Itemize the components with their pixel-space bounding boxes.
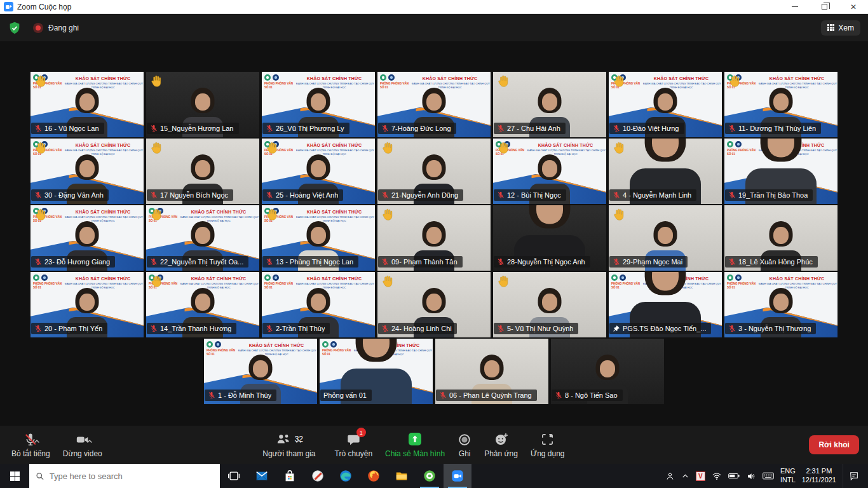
mic-options-chevron-icon[interactable]	[34, 439, 40, 444]
participant-name-label: 06 - Phan Lê Quỳnh Trang	[436, 390, 537, 401]
participant-tile[interactable]: PHÒNG PHỎNG VẤN SỐ 01KHẢO SÁT CHÍNH THỨC…	[262, 205, 375, 271]
participant-tile[interactable]: 4 - Nguyễn Mạnh Linh	[609, 139, 722, 204]
close-button[interactable]: ✕	[839, 0, 868, 13]
participant-tile[interactable]: PHÒNG PHỎNG VẤN SỐ 01KHẢO SÁT CHÍNH THỨC…	[146, 205, 259, 271]
participant-tile[interactable]: PHÒNG PHỎNG VẤN SỐ 01KHẢO SÁT CHÍNH THỨC…	[493, 139, 606, 204]
participant-tile[interactable]: 17 Nguyễn Bích Ngọc	[146, 139, 259, 204]
participant-tile[interactable]: 29-Phạm Ngọc Mai	[609, 205, 722, 271]
participant-tile[interactable]: PHÒNG PHỎNG VẤN SỐ 01KHẢO SÁT CHÍNH THỨC…	[262, 139, 375, 204]
security-shield-icon[interactable]	[8, 21, 22, 35]
participants-button[interactable]: 32 Người tham gia	[256, 431, 328, 458]
muted-mic-icon	[728, 325, 736, 332]
chat-button[interactable]: 1 Trò chuyện	[329, 431, 379, 458]
taskbar-file-explorer-icon[interactable]	[388, 464, 416, 488]
participant-tile[interactable]: PHÒNG PHỎNG VẤN SỐ 01KHẢO SÁT CHÍNH THỨC…	[724, 139, 837, 204]
muted-mic-icon	[613, 125, 620, 132]
stop-video-button[interactable]: Dừng video	[57, 431, 109, 458]
taskbar-coccoc-icon[interactable]	[416, 464, 444, 488]
participant-tile[interactable]: 5- Vũ Thị Như Quỳnh	[493, 272, 606, 337]
muted-mic-icon	[381, 191, 389, 199]
participant-tile[interactable]: 18_Lê Xuân Hồng Phúc	[724, 205, 837, 271]
participant-tile[interactable]: PHÒNG PHỎNG VẤN SỐ 01KHẢO SÁT CHÍNH THỨC…	[377, 72, 491, 137]
wifi-icon[interactable]	[712, 471, 722, 481]
restore-button[interactable]	[810, 0, 839, 13]
raised-hand-badge	[612, 74, 626, 91]
participant-name-label: 21-Nguyễn Anh Dũng	[378, 189, 463, 201]
meeting-header-bar: Đang ghi Xem	[0, 14, 868, 41]
share-screen-button[interactable]: Chia sẻ Màn hình	[379, 431, 451, 458]
taskbar-task-view-icon[interactable]	[220, 464, 248, 488]
minimize-button[interactable]	[780, 0, 810, 13]
participant-tile[interactable]: 06 - Phan Lê Quỳnh Trang	[435, 339, 548, 404]
zoom-app-icon	[4, 2, 13, 11]
participant-tile[interactable]: PHÒNG PHỎNG VẤN SỐ 01KHẢO SÁT CHÍNH THỨC…	[724, 272, 837, 337]
record-button[interactable]: Ghi	[451, 431, 478, 458]
participant-name-label: 27 - Chu Hải Anh	[494, 123, 566, 134]
participant-tile[interactable]: 27 - Chu Hải Anh	[493, 72, 606, 137]
unmute-button[interactable]: Bỏ tắt tiếng	[5, 431, 57, 458]
raised-hand-badge	[381, 141, 395, 158]
cea-logo-icon	[264, 74, 271, 81]
participants-chevron-icon[interactable]	[295, 439, 302, 444]
banner-subtitle: ĐÁNH GIÁ CHẤT LƯỢNG CHƯƠNG TRÌNH ĐÀO TẠO…	[296, 282, 372, 285]
participant-tile[interactable]: PHÒNG PHỎNG VẤN SỐ 01KHẢO SÁT CHÍNH THỨC…	[31, 139, 144, 204]
participant-tile[interactable]: 24- Hoàng Linh Chi	[377, 272, 491, 337]
window-title: Zoom Cuộc họp	[17, 3, 71, 11]
participant-tile[interactable]: PHÒNG PHỎNG VẤN SỐ 01KHẢO SÁT CHÍNH THỨC…	[204, 339, 317, 404]
participant-tile[interactable]: PHÒNG PHỎNG VẤN SỐ 01KHẢO SÁT CHÍNH THỨC…	[31, 72, 144, 137]
raised-hand-badge	[612, 141, 626, 158]
reactions-button[interactable]: Phản ứng	[478, 431, 524, 458]
taskbar-zoom-icon[interactable]	[444, 464, 471, 488]
raised-hand-icon	[149, 274, 163, 288]
participant-tile[interactable]: PHÒNG PHỎNG VẤN SỐ 01KHẢO SÁT CHÍNH THỨC…	[31, 205, 144, 271]
participant-tile[interactable]: PHÒNG PHỎNG VẤN SỐ 01KHẢO SÁT CHÍNH THỨC…	[146, 272, 259, 337]
search-input[interactable]	[50, 471, 214, 481]
taskbar-edge-icon[interactable]	[332, 464, 360, 488]
participant-tile[interactable]: 15_Nguyễn Hương Lan	[146, 72, 259, 137]
battery-icon[interactable]	[728, 471, 740, 480]
cea-logo-icon	[727, 274, 733, 281]
keyboard-icon[interactable]	[763, 471, 774, 480]
user-icon[interactable]	[665, 471, 675, 481]
view-button[interactable]: Xem	[821, 20, 860, 36]
apps-button[interactable]: Ứng dụng	[524, 431, 571, 458]
system-tray: V ENG INTL 2:31 PM 12/11/2021	[665, 464, 868, 488]
taskbar-mail-icon[interactable]	[248, 464, 276, 488]
volume-icon[interactable]	[746, 471, 756, 481]
banner-subtitle: ĐÁNH GIÁ CHẤT LƯỢNG CHƯƠNG TRÌNH ĐÀO TẠO…	[180, 215, 257, 219]
antivirus-icon[interactable]: V	[696, 471, 705, 481]
participant-tile[interactable]: PHÒNG PHỎNG VẤN SỐ 01KHẢO SÁT CHÍNH THỨC…	[609, 272, 722, 337]
clock[interactable]: 2:31 PM 12/11/2021	[802, 467, 836, 485]
raised-hand-icon	[34, 74, 48, 88]
language-indicator[interactable]: ENG INTL	[780, 467, 796, 485]
participant-tile[interactable]: PHÒNG PHỎNG VẤN SỐ 01KHẢO SÁT CHÍNH THỨC…	[724, 72, 837, 137]
video-area: PHÒNG PHỎNG VẤN SỐ 01KHẢO SÁT CHÍNH THỨC…	[0, 41, 868, 426]
recording-indicator[interactable]: Đang ghi	[33, 23, 79, 33]
participant-tile[interactable]: PHÒNG PHỎNG VẤN SỐ 01KHẢO SÁT CHÍNH THỨC…	[262, 272, 375, 337]
participant-tile[interactable]: PHÒNG PHỎNG VẤN SỐ 01KHẢO SÁT CHÍNH THỨC…	[320, 339, 433, 404]
windows-logo-icon	[10, 471, 20, 481]
taskbar-paint-icon[interactable]	[304, 464, 332, 488]
participant-name-label: 18_Lê Xuân Hồng Phúc	[725, 256, 818, 268]
participant-tile[interactable]: PHÒNG PHỎNG VẤN SỐ 01KHẢO SÁT CHÍNH THỨC…	[262, 72, 375, 137]
participant-tile[interactable]: 8 - Ngô Tiến Sao	[551, 339, 664, 404]
raised-hand-badge	[149, 208, 163, 224]
participant-name: 19_Trần Thị Bảo Thoa	[738, 191, 808, 199]
start-button[interactable]	[0, 464, 29, 488]
participant-name: 23- Đỗ Hương Giang	[44, 258, 110, 266]
taskbar-firefox-icon[interactable]	[360, 464, 388, 488]
chevron-up-icon[interactable]	[681, 472, 689, 480]
leave-meeting-button[interactable]: Rời khỏi	[809, 435, 859, 454]
participant-tile[interactable]: 21-Nguyễn Anh Dũng	[377, 139, 491, 204]
video-options-chevron-icon[interactable]	[86, 439, 93, 444]
muted-mic-icon	[150, 325, 158, 332]
muted-mic-icon	[728, 125, 736, 132]
banner-title: KHẢO SÁT CHÍNH THỨC	[759, 76, 835, 81]
taskbar-search[interactable]	[29, 464, 220, 488]
participant-tile[interactable]: 28-Nguyễn Thị Ngọc Anh	[493, 205, 606, 271]
taskbar-store-icon[interactable]	[276, 464, 304, 488]
participant-tile[interactable]: PHÒNG PHỎNG VẤN SỐ 01KHẢO SÁT CHÍNH THỨC…	[31, 272, 144, 337]
participant-tile[interactable]: 09- Phạm Thành Tân	[377, 205, 491, 271]
participant-tile[interactable]: PHÒNG PHỎNG VẤN SỐ 01KHẢO SÁT CHÍNH THỨC…	[609, 72, 722, 137]
action-center-button[interactable]	[843, 464, 864, 488]
